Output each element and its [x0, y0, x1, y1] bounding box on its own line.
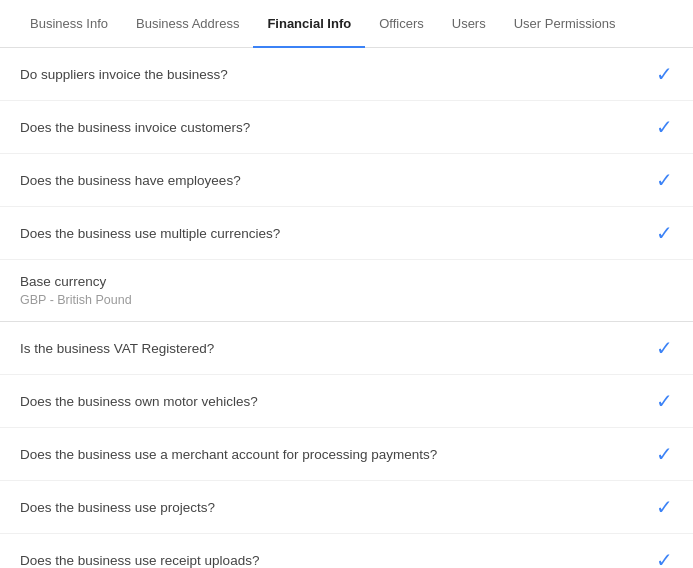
check-icon: ✓: [656, 442, 673, 466]
base-currency-block: Base currency GBP - British Pound: [0, 260, 693, 322]
tab-navigation: Business Info Business Address Financial…: [0, 0, 693, 48]
tab-business-address[interactable]: Business Address: [122, 0, 253, 47]
tab-business-info[interactable]: Business Info: [16, 0, 122, 47]
tab-users[interactable]: Users: [438, 0, 500, 47]
row-label: Does the business use a merchant account…: [20, 447, 437, 462]
row-merchant-account: Does the business use a merchant account…: [0, 428, 693, 481]
row-label: Does the business use projects?: [20, 500, 215, 515]
base-currency-label: Base currency: [20, 274, 673, 289]
financial-info-content: Do suppliers invoice the business? ✓ Doe…: [0, 48, 693, 568]
check-icon: ✓: [656, 336, 673, 360]
row-label: Does the business own motor vehicles?: [20, 394, 258, 409]
check-icon: ✓: [656, 168, 673, 192]
check-icon: ✓: [656, 221, 673, 245]
check-icon: ✓: [656, 115, 673, 139]
check-icon: ✓: [656, 389, 673, 413]
row-suppliers-invoice: Do suppliers invoice the business? ✓: [0, 48, 693, 101]
base-currency-value: GBP - British Pound: [20, 293, 673, 307]
row-motor-vehicles: Does the business own motor vehicles? ✓: [0, 375, 693, 428]
row-receipt-uploads: Does the business use receipt uploads? ✓: [0, 534, 693, 568]
row-label: Does the business use multiple currencie…: [20, 226, 280, 241]
row-label: Does the business invoice customers?: [20, 120, 250, 135]
row-label: Is the business VAT Registered?: [20, 341, 214, 356]
tab-user-permissions[interactable]: User Permissions: [500, 0, 630, 47]
check-icon: ✓: [656, 62, 673, 86]
row-vat-registered: Is the business VAT Registered? ✓: [0, 322, 693, 375]
row-label: Does the business use receipt uploads?: [20, 553, 259, 568]
check-icon: ✓: [656, 548, 673, 568]
row-invoice-customers: Does the business invoice customers? ✓: [0, 101, 693, 154]
tab-officers[interactable]: Officers: [365, 0, 438, 47]
tab-financial-info[interactable]: Financial Info: [253, 0, 365, 47]
row-projects: Does the business use projects? ✓: [0, 481, 693, 534]
row-employees: Does the business have employees? ✓: [0, 154, 693, 207]
row-label: Do suppliers invoice the business?: [20, 67, 228, 82]
row-label: Does the business have employees?: [20, 173, 241, 188]
check-icon: ✓: [656, 495, 673, 519]
row-multiple-currencies: Does the business use multiple currencie…: [0, 207, 693, 260]
